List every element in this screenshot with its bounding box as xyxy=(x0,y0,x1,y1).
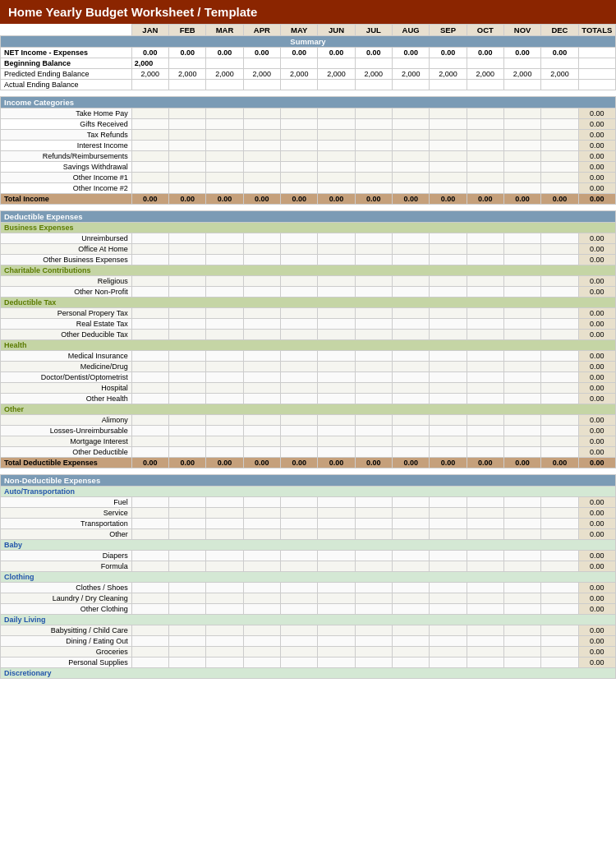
income-input-cell[interactable] xyxy=(467,119,503,130)
income-input-cell[interactable] xyxy=(503,141,540,151)
income-input-cell[interactable] xyxy=(392,183,429,194)
income-input-cell[interactable] xyxy=(503,151,540,162)
income-input-cell[interactable] xyxy=(169,119,206,130)
income-input-cell[interactable] xyxy=(392,108,429,119)
income-input-cell[interactable] xyxy=(206,173,243,183)
income-input-cell[interactable] xyxy=(318,119,355,130)
income-input-cell[interactable] xyxy=(355,162,392,173)
income-input-cell[interactable] xyxy=(206,151,243,162)
income-input-cell[interactable] xyxy=(281,173,318,183)
income-input-cell[interactable] xyxy=(206,108,243,119)
income-input-cell[interactable] xyxy=(281,151,318,162)
income-input-cell[interactable] xyxy=(318,151,355,162)
income-input-cell[interactable] xyxy=(355,151,392,162)
income-input-cell[interactable] xyxy=(392,130,429,141)
title-bar: Home Yearly Budget Worksheet / Template xyxy=(0,0,616,24)
income-input-cell[interactable] xyxy=(131,108,168,119)
income-input-cell[interactable] xyxy=(281,119,318,130)
income-input-cell[interactable] xyxy=(503,108,540,119)
income-input-cell[interactable] xyxy=(243,162,280,173)
income-input-cell[interactable] xyxy=(392,162,429,173)
income-input-cell[interactable] xyxy=(243,108,280,119)
income-input-cell[interactable] xyxy=(281,162,318,173)
income-input-cell[interactable] xyxy=(392,141,429,151)
income-input-cell[interactable] xyxy=(318,108,355,119)
nondeductible-item-row: Fuel0.00 xyxy=(1,497,616,508)
income-input-cell[interactable] xyxy=(206,141,243,151)
income-input-cell[interactable] xyxy=(392,119,429,130)
income-input-cell[interactable] xyxy=(243,173,280,183)
income-input-cell[interactable] xyxy=(281,108,318,119)
income-input-cell[interactable] xyxy=(467,162,503,173)
income-input-cell[interactable] xyxy=(541,151,578,162)
income-input-cell[interactable] xyxy=(169,130,206,141)
income-input-cell[interactable] xyxy=(467,183,503,194)
income-input-cell[interactable] xyxy=(392,151,429,162)
income-input-cell[interactable] xyxy=(503,173,540,183)
income-input-cell[interactable] xyxy=(206,162,243,173)
income-input-cell[interactable] xyxy=(169,141,206,151)
income-input-cell[interactable] xyxy=(206,119,243,130)
income-input-cell[interactable] xyxy=(355,119,392,130)
income-input-cell[interactable] xyxy=(318,162,355,173)
income-input-cell[interactable] xyxy=(430,119,467,130)
income-input-cell[interactable] xyxy=(430,173,467,183)
income-input-cell[interactable] xyxy=(503,119,540,130)
income-input-cell[interactable] xyxy=(206,183,243,194)
income-input-cell[interactable] xyxy=(541,119,578,130)
income-input-cell[interactable] xyxy=(467,130,503,141)
income-input-cell[interactable] xyxy=(169,162,206,173)
income-input-cell[interactable] xyxy=(131,162,168,173)
income-input-cell[interactable] xyxy=(355,108,392,119)
income-input-cell[interactable] xyxy=(318,173,355,183)
income-input-cell[interactable] xyxy=(467,173,503,183)
income-input-cell[interactable] xyxy=(281,141,318,151)
income-input-cell[interactable] xyxy=(430,108,467,119)
income-input-cell[interactable] xyxy=(355,141,392,151)
income-input-cell[interactable] xyxy=(503,162,540,173)
income-input-cell[interactable] xyxy=(281,130,318,141)
income-input-cell[interactable] xyxy=(131,141,168,151)
income-input-cell[interactable] xyxy=(169,108,206,119)
income-input-cell[interactable] xyxy=(243,119,280,130)
income-input-cell[interactable] xyxy=(430,162,467,173)
income-input-cell[interactable] xyxy=(243,183,280,194)
income-input-cell[interactable] xyxy=(169,183,206,194)
income-input-cell[interactable] xyxy=(541,173,578,183)
income-input-cell[interactable] xyxy=(243,151,280,162)
income-input-cell[interactable] xyxy=(318,183,355,194)
income-input-cell[interactable] xyxy=(541,141,578,151)
income-input-cell[interactable] xyxy=(355,130,392,141)
income-input-cell[interactable] xyxy=(467,108,503,119)
income-input-cell[interactable] xyxy=(467,141,503,151)
deductible-section-header: Deductible Expenses xyxy=(1,211,616,223)
income-input-cell[interactable] xyxy=(281,183,318,194)
income-input-cell[interactable] xyxy=(541,108,578,119)
income-input-cell[interactable] xyxy=(169,173,206,183)
income-input-cell[interactable] xyxy=(318,141,355,151)
income-input-cell[interactable] xyxy=(131,151,168,162)
income-input-cell[interactable] xyxy=(430,183,467,194)
income-input-cell[interactable] xyxy=(318,130,355,141)
income-input-cell[interactable] xyxy=(430,141,467,151)
income-input-cell[interactable] xyxy=(131,119,168,130)
income-input-cell[interactable] xyxy=(392,173,429,183)
income-input-cell[interactable] xyxy=(243,130,280,141)
income-input-cell[interactable] xyxy=(541,183,578,194)
income-input-cell[interactable] xyxy=(243,141,280,151)
income-input-cell[interactable] xyxy=(430,130,467,141)
income-input-cell[interactable] xyxy=(467,151,503,162)
deductible-item-row: Other Business Expenses0.00 xyxy=(1,255,616,265)
income-input-cell[interactable] xyxy=(503,183,540,194)
income-input-cell[interactable] xyxy=(541,162,578,173)
income-input-cell[interactable] xyxy=(131,130,168,141)
income-input-cell[interactable] xyxy=(355,173,392,183)
income-input-cell[interactable] xyxy=(206,130,243,141)
income-input-cell[interactable] xyxy=(131,183,168,194)
income-input-cell[interactable] xyxy=(541,130,578,141)
income-input-cell[interactable] xyxy=(355,183,392,194)
income-input-cell[interactable] xyxy=(430,151,467,162)
income-input-cell[interactable] xyxy=(503,130,540,141)
income-input-cell[interactable] xyxy=(169,151,206,162)
income-input-cell[interactable] xyxy=(131,173,168,183)
